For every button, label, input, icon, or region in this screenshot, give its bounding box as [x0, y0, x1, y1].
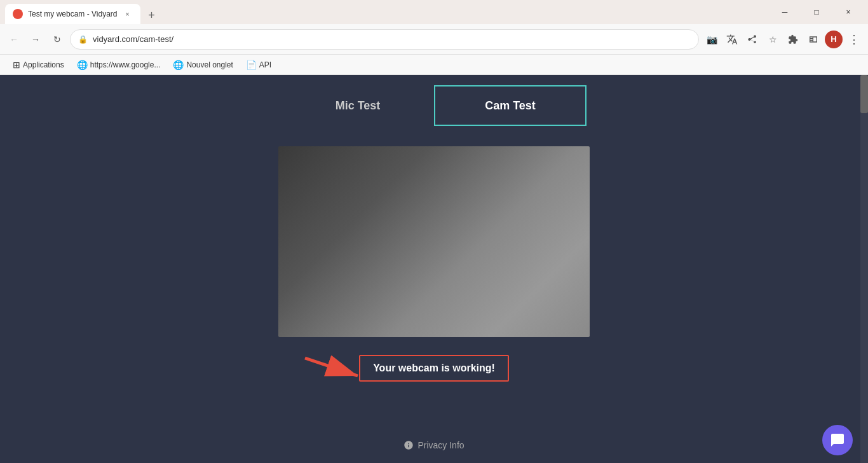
url-text: vidyard.com/cam-test/: [93, 34, 691, 44]
mic-test-tab[interactable]: Mic Test: [281, 85, 434, 126]
api-favicon: 📄: [246, 60, 257, 70]
sidebar-icon[interactable]: [804, 31, 822, 48]
new-tab-button[interactable]: +: [143, 6, 161, 24]
close-window-button[interactable]: ×: [834, 0, 863, 24]
apps-icon: ⊞: [13, 60, 20, 70]
cam-test-tab-label: Cam Test: [485, 99, 536, 113]
share-icon[interactable]: [743, 31, 761, 48]
bookmark-api-label: API: [259, 60, 271, 69]
mic-test-tab-label: Mic Test: [336, 99, 381, 113]
privacy-info[interactable]: Privacy Info: [403, 440, 464, 450]
browser-tab[interactable]: Test my webcam - Vidyard ×: [5, 4, 140, 24]
test-tabs: Mic Test Cam Test: [281, 85, 587, 126]
refresh-button[interactable]: ↻: [48, 31, 66, 48]
privacy-info-label: Privacy Info: [417, 440, 464, 450]
webcam-status-text: Your webcam is working!: [373, 363, 495, 373]
cam-test-tab[interactable]: Cam Test: [434, 85, 587, 126]
address-bar: ← → ↻ 🔒 vidyard.com/cam-test/ 📷 ☆ H ⋮: [0, 24, 868, 55]
page-content: Mic Test Cam Test: [0, 75, 868, 463]
bookmark-api[interactable]: 📄 API: [241, 57, 276, 73]
extensions-icon[interactable]: [784, 31, 802, 48]
nouvel-onglet-favicon: 🌐: [173, 60, 184, 70]
tab-close-button[interactable]: ×: [123, 9, 133, 19]
tab-bar: Test my webcam - Vidyard × +: [5, 0, 768, 24]
menu-icon[interactable]: ⋮: [845, 31, 863, 48]
translate-icon[interactable]: [723, 31, 741, 48]
svg-line-1: [305, 358, 358, 376]
url-bar[interactable]: 🔒 vidyard.com/cam-test/: [70, 29, 699, 50]
maximize-button[interactable]: □: [802, 0, 831, 24]
bookmark-applications[interactable]: ⊞ Applications: [8, 57, 69, 73]
google-favicon: 🌐: [77, 60, 88, 70]
bookmark-nouvel-onglet-label: Nouvel onglet: [186, 60, 233, 69]
bookmarks-bar: ⊞ Applications 🌐 https://www.google... 🌐…: [0, 55, 868, 75]
star-icon[interactable]: ☆: [764, 31, 782, 48]
bookmark-applications-label: Applications: [23, 60, 64, 69]
chat-icon: [830, 432, 845, 448]
scrollbar-thumb[interactable]: [860, 75, 868, 113]
bookmark-google[interactable]: 🌐 https://www.google...: [72, 57, 166, 73]
webcam-preview: [278, 146, 590, 337]
back-button[interactable]: ←: [5, 31, 23, 48]
minimize-button[interactable]: ─: [770, 0, 799, 24]
browser-frame: Test my webcam - Vidyard × + ─ □ × ← → ↻…: [0, 0, 868, 463]
bookmark-google-label: https://www.google...: [90, 60, 161, 69]
status-area: Your webcam is working!: [359, 355, 509, 382]
lock-icon: 🔒: [78, 35, 88, 44]
red-arrow-indicator: [302, 352, 365, 385]
camera-icon[interactable]: 📷: [703, 31, 721, 48]
forward-button[interactable]: →: [27, 31, 44, 48]
webcam-status-badge: Your webcam is working!: [359, 355, 509, 382]
bookmark-nouvel-onglet[interactable]: 🌐 Nouvel onglet: [168, 57, 238, 73]
chat-button[interactable]: [822, 425, 853, 455]
tab-favicon: [13, 9, 23, 19]
scrollbar[interactable]: [860, 75, 868, 463]
tab-title: Test my webcam - Vidyard: [28, 10, 118, 18]
info-icon: [403, 440, 414, 450]
toolbar-icons: 📷 ☆ H ⋮: [703, 31, 863, 48]
title-bar: Test my webcam - Vidyard × + ─ □ ×: [0, 0, 868, 24]
profile-button[interactable]: H: [825, 31, 843, 48]
window-controls: ─ □ ×: [770, 0, 863, 24]
